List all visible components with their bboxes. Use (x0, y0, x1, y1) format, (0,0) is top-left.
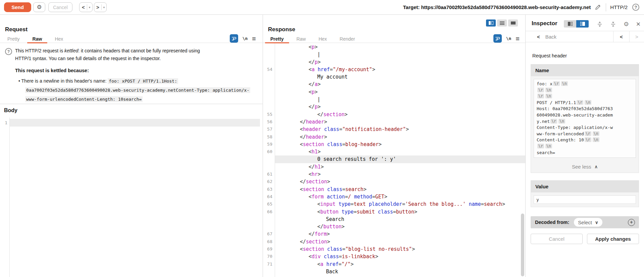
code-line-highlighted: 0 search results for ': y' (263, 155, 525, 163)
control-char-pill: \r (553, 81, 560, 86)
expand-all-icon (597, 21, 603, 27)
request-body-editor[interactable]: 1 (0, 118, 263, 277)
tab-raw[interactable]: Raw (27, 35, 48, 43)
code-line: 68</section> (263, 238, 525, 245)
inspector-close-button[interactable]: × (634, 20, 642, 28)
tab-hex[interactable]: Hex (49, 35, 68, 43)
code-line: </p> (263, 103, 525, 110)
collapse-all-button[interactable] (609, 20, 617, 28)
control-char-pill: \n (558, 119, 565, 124)
tab-pretty[interactable]: Pretty (265, 35, 289, 43)
vertical-scrollbar[interactable] (521, 214, 524, 276)
kettled-header-code: foo: xPOST / HTTP/1.1Host: (108, 78, 178, 84)
code-line: 63<section class=search> (263, 186, 525, 193)
show-newlines-toggle[interactable]: \n (506, 36, 512, 41)
tab-raw[interactable]: Raw (291, 35, 311, 43)
tab-pretty[interactable]: Pretty (2, 35, 25, 43)
request-editor-icons: \n ≡ (230, 34, 256, 43)
panel-layout-icon (568, 22, 571, 26)
history-previous-button[interactable]: < (613, 34, 629, 40)
kettled-header-code: www-form-urlencodedContent-Length: 10sea… (25, 96, 143, 102)
tab-hex[interactable]: Hex (313, 35, 332, 43)
columns-layout-button[interactable] (486, 19, 496, 27)
line-number: 61 (263, 171, 272, 178)
control-char-pill: \r (577, 100, 583, 105)
tab-render[interactable]: Render (334, 35, 361, 43)
cancel-button[interactable]: Cancel (48, 2, 72, 12)
chevron-right-icon: > (94, 4, 101, 10)
line-number: 67 (263, 230, 272, 238)
word-wrap-icon (231, 36, 236, 41)
help-button[interactable]: ? (632, 4, 639, 11)
line-number: 69 (263, 245, 272, 253)
single-layout-button[interactable] (508, 19, 518, 27)
response-code-viewer[interactable]: <p>|</p>54<a href="/my-account">My accou… (263, 43, 525, 277)
inspector-title: Inspector (532, 20, 557, 27)
kettled-header-code: 0aa7002f03e52da580d7763600490028.web-sec… (25, 87, 250, 93)
code-line: 67</form> (263, 230, 525, 238)
chevron-left-icon: < (80, 4, 87, 10)
line-number: 63 (263, 186, 272, 193)
header-value-editor[interactable]: y (534, 195, 636, 204)
soft-wrap-toggle[interactable] (230, 34, 238, 43)
back-button[interactable]: Back (545, 34, 556, 40)
response-panel: Response PrettyRawHexRender \n ≡ <p>|</p… (263, 15, 526, 277)
name-field-header: Name (531, 64, 639, 76)
decoded-from-label: Decoded from: (535, 220, 569, 225)
header-name-box: Name foo: x\r\n\r\n\r\nPOST / HTTP/1.1\r… (531, 64, 639, 173)
code-line: 61<hr> (263, 171, 525, 178)
control-char-pill: \n (585, 100, 591, 105)
code-line: 60<h1> (263, 148, 525, 155)
control-char-pill: \n (545, 94, 552, 98)
header-name-editor[interactable]: foo: x\r\n\r\n\r\nPOST / HTTP/1.1\r\nHos… (534, 79, 636, 158)
chevron-down-icon[interactable]: ▾ (87, 6, 92, 9)
line-number: 58 (263, 133, 272, 141)
previous-request-button[interactable]: < ▾ (79, 2, 93, 12)
code-line: Search (263, 216, 525, 223)
code-line: 55</section> (263, 111, 525, 118)
see-less-button[interactable]: See less ∧ (531, 160, 639, 173)
line-number: 59 (263, 141, 272, 148)
history-next-button[interactable]: > (630, 34, 644, 40)
line-number: 70 (263, 253, 272, 260)
back-chevron-icon[interactable]: < (537, 34, 540, 40)
header-name-line: POST / HTTP/1.1\r\n (537, 100, 633, 106)
hamburger-menu-icon[interactable]: ≡ (252, 35, 256, 42)
toolbar: Send ⚙ Cancel < ▾ > ▾ Target: https://0a… (0, 0, 644, 15)
response-editor-icons: \n ≡ (493, 34, 520, 43)
header-name-line: \r\n (537, 87, 633, 94)
hamburger-menu-icon[interactable]: ≡ (516, 35, 520, 42)
add-decoding-step-button[interactable]: + (628, 219, 635, 226)
inspector-cancel-button[interactable]: Cancel (531, 234, 583, 244)
control-char-pill: \r (585, 137, 591, 142)
info-circle-icon[interactable]: ? (5, 48, 12, 55)
apply-changes-button[interactable]: Apply changes (587, 234, 639, 244)
inspector-sidebar-layout-button[interactable] (564, 20, 576, 28)
line-number: 62 (263, 178, 272, 185)
send-settings-button[interactable]: ⚙ (33, 2, 45, 12)
inspector-docked-layout-button[interactable] (576, 20, 589, 28)
next-request-button[interactable]: > ▾ (94, 2, 107, 12)
show-newlines-toggle[interactable]: \n (243, 36, 248, 41)
header-name-line: Host: 0aa7002f03e52da580d7763 (537, 106, 633, 112)
current-line-highlight (10, 119, 260, 127)
code-line: 62</section> (263, 178, 525, 185)
edit-target-button[interactable] (595, 4, 601, 10)
request-tabbar: PrettyRawHex (0, 35, 263, 43)
send-button[interactable]: Send (4, 2, 31, 12)
layout-toggles (486, 19, 518, 27)
expand-all-button[interactable] (596, 20, 604, 28)
line-number: 66 (263, 208, 272, 216)
decoded-from-select[interactable]: Select ∨ (574, 218, 602, 227)
rows-layout-button[interactable] (497, 19, 507, 27)
collapse-all-icon (610, 21, 616, 27)
soft-wrap-toggle[interactable] (493, 34, 502, 43)
kettled-emphasis: kettled (64, 48, 78, 53)
chevron-down-icon[interactable]: ▾ (102, 6, 106, 9)
code-line: </h1> (263, 163, 525, 171)
control-char-pill: \r (550, 119, 557, 124)
single-pane-icon (511, 21, 516, 25)
line-number: 68 (263, 238, 272, 245)
inspector-settings-button[interactable]: ⚙ (622, 20, 630, 28)
code-line: 56</header> (263, 118, 525, 126)
